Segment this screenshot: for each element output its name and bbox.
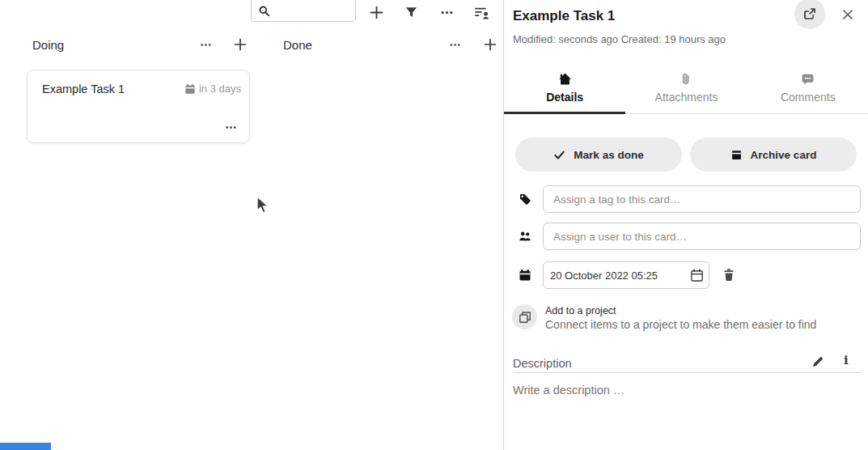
plus-icon	[369, 5, 384, 20]
close-icon	[841, 8, 854, 21]
calendar-outline-icon	[689, 268, 705, 283]
tab-attachments[interactable]: Attachments	[625, 65, 747, 113]
filter-icon	[404, 6, 418, 19]
plus-icon	[483, 37, 498, 52]
check-icon	[553, 149, 565, 161]
edit-description-button[interactable]	[811, 355, 824, 368]
close-button[interactable]	[840, 6, 856, 23]
add-card-button[interactable]	[366, 2, 386, 22]
calendar-icon	[519, 269, 531, 282]
calendar-icon	[184, 83, 196, 95]
more-icon	[448, 38, 462, 52]
tab-comments[interactable]: Comments	[747, 65, 868, 113]
card-menu-button[interactable]	[224, 121, 238, 134]
mark-as-done-label: Mark as done	[574, 149, 643, 161]
info-icon[interactable]: i	[844, 353, 849, 367]
tab-label: Details	[546, 91, 583, 104]
tag-icon	[519, 193, 531, 206]
card-due-label: in 3 days	[199, 83, 241, 95]
add-to-project-button[interactable]	[512, 304, 537, 329]
card-due-date: in 3 days	[184, 83, 241, 95]
panel-title: Example Task 1	[513, 8, 615, 24]
trash-icon	[722, 268, 735, 282]
card-detail-pane: Example Task 1 Modified: seconds ago Cre…	[503, 0, 868, 450]
column-title-done: Done	[283, 38, 312, 52]
users-icon	[519, 230, 532, 243]
sort-assignee-icon	[473, 5, 490, 20]
kanban-board-pane: Doing Done Example Task 1	[0, 0, 503, 450]
tag-input[interactable]	[543, 185, 861, 213]
due-date-value: 20 October 2022 05:25	[550, 270, 658, 282]
archive-card-button[interactable]: Archive card	[690, 138, 857, 172]
column-doing-add-button[interactable]	[231, 36, 249, 53]
detail-tabs: Details Attachments Comments	[504, 65, 868, 114]
tab-label: Attachments	[655, 91, 718, 104]
open-calendar-button[interactable]	[689, 268, 705, 283]
tag-row	[504, 185, 868, 213]
archive-card-label: Archive card	[751, 149, 817, 161]
tab-label: Comments	[781, 91, 836, 104]
column-title-doing: Doing	[32, 38, 64, 52]
user-row	[504, 223, 868, 250]
home-icon	[558, 72, 572, 86]
chat-icon	[801, 72, 815, 86]
panel-meta: Modified: seconds ago Created: 19 hours …	[513, 33, 726, 45]
paperclip-icon	[680, 72, 692, 86]
archive-icon	[730, 149, 743, 161]
mouse-cursor	[256, 196, 271, 215]
description-header: Description i	[513, 355, 861, 373]
add-to-project-title: Add to a project	[545, 305, 616, 316]
project-frames-icon	[519, 311, 531, 324]
more-icon	[439, 5, 455, 20]
open-in-window-button[interactable]	[794, 0, 825, 29]
column-doing-menu-button[interactable]	[197, 36, 214, 53]
blue-indicator	[0, 443, 51, 450]
board-menu-button[interactable]	[437, 2, 456, 22]
task-card[interactable]: Example Task 1 in 3 days	[27, 70, 250, 143]
pencil-icon	[811, 355, 824, 368]
filter-button[interactable]	[401, 2, 421, 22]
mark-as-done-button[interactable]: Mark as done	[515, 138, 682, 172]
plus-icon	[233, 37, 248, 52]
popout-icon	[802, 6, 817, 21]
add-to-project-row[interactable]: Add to a project Connect items to a proj…	[504, 303, 868, 333]
search-input[interactable]	[251, 0, 356, 22]
due-date-row: 20 October 2022 05:25	[504, 261, 868, 289]
description-label: Description	[513, 357, 572, 370]
description-placeholder[interactable]: Write a description …	[513, 384, 625, 397]
sort-assignee-button[interactable]	[472, 2, 491, 22]
user-input[interactable]	[543, 223, 861, 250]
remove-date-button[interactable]	[722, 268, 735, 282]
card-title: Example Task 1	[42, 83, 125, 96]
search-icon	[258, 5, 270, 17]
card-actions: Mark as done Archive card	[515, 138, 857, 172]
tab-details[interactable]: Details	[504, 65, 625, 113]
more-icon	[199, 38, 213, 52]
add-to-project-subtitle: Connect items to a project to make them …	[545, 318, 816, 331]
more-icon	[224, 121, 238, 134]
column-done-menu-button[interactable]	[446, 36, 464, 53]
column-done-add-button[interactable]	[481, 36, 499, 53]
due-date-field[interactable]: 20 October 2022 05:25	[543, 261, 709, 289]
